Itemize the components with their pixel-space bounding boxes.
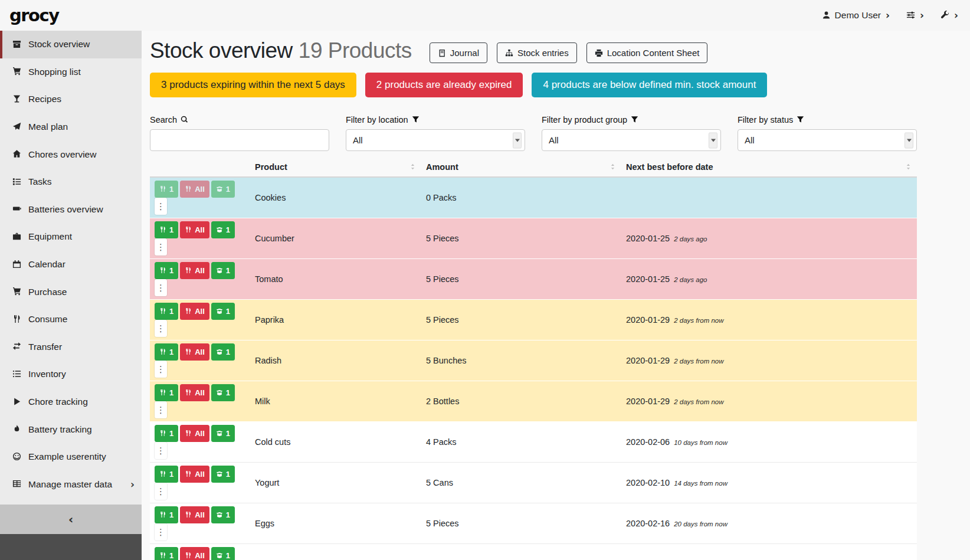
column-header-best-before[interactable]: Next best before date (621, 159, 917, 177)
row-menu-button[interactable]: ⋮ (155, 198, 167, 215)
admin-menu[interactable]: › (940, 10, 958, 21)
sidebar-item-manage-master-data[interactable]: Manage master data› (0, 471, 142, 499)
filter-by-location-select[interactable]: All (346, 129, 525, 151)
consume-all-button[interactable]: All (180, 262, 209, 279)
utensils-icon (185, 348, 192, 356)
sidebar-item-chores-overview[interactable]: Chores overview (0, 140, 142, 168)
open-one-button[interactable]: 1 (211, 466, 235, 483)
consume-all-button[interactable]: All (180, 221, 209, 238)
column-label: Product (255, 162, 287, 172)
consume-one-button[interactable]: 1 (155, 425, 178, 442)
sidebar-item-stock-overview[interactable]: Stock overview (0, 31, 142, 58)
consume-all-button[interactable]: All (180, 384, 209, 401)
cart-icon (11, 67, 22, 77)
alert-info[interactable]: 4 products are below defined min. stock … (532, 73, 767, 97)
open-one-button[interactable]: 1 (211, 547, 235, 560)
sort-icon (609, 162, 617, 172)
open-one-button[interactable]: 1 (211, 262, 235, 279)
consume-one-button[interactable]: 1 (155, 506, 178, 523)
row-menu-button[interactable]: ⋮ (155, 361, 167, 378)
consume-one-button[interactable]: 1 (155, 221, 178, 238)
sidebar-item-transfer[interactable]: Transfer (0, 333, 142, 361)
consume-all-button[interactable]: All (180, 466, 209, 483)
row-menu-button[interactable]: ⋮ (155, 279, 167, 296)
filter-label: Filter by product group (542, 115, 721, 125)
filter-by-product-group-select[interactable]: All (542, 129, 721, 151)
search-input[interactable] (150, 129, 329, 151)
open-one-button[interactable]: 1 (211, 181, 235, 198)
date-note: 2 days from now (674, 317, 723, 324)
row-menu-button[interactable]: ⋮ (155, 238, 167, 256)
sidebar-item-tasks[interactable]: Tasks (0, 168, 142, 196)
sidebar-item-example-userentity[interactable]: Example userentity (0, 443, 142, 471)
date-cell: 2020-01-292 days from now (621, 300, 917, 340)
column-header-amount[interactable]: Amount (421, 159, 621, 177)
sidebar-item-equipment[interactable]: Equipment (0, 223, 142, 251)
consume-one-button[interactable]: 1 (155, 466, 178, 483)
cart-icon (11, 287, 22, 297)
button-label: All (195, 510, 205, 519)
open-one-button[interactable]: 1 (211, 303, 235, 320)
consume-all-button[interactable]: All (180, 506, 209, 523)
main-content: Stock overview19 Products JournalStock e… (142, 31, 970, 560)
sidebar-item-battery-tracking[interactable]: Battery tracking (0, 415, 142, 443)
row-menu-button[interactable]: ⋮ (155, 523, 167, 541)
consume-all-button[interactable]: All (180, 303, 209, 320)
column-header-product[interactable]: Product (250, 159, 421, 177)
sidebar-item-recipes[interactable]: Recipes (0, 86, 142, 113)
best-before-date: 2020-01-25 (626, 234, 670, 243)
journal-button[interactable]: Journal (430, 42, 487, 63)
alert-warning[interactable]: 3 products expiring within the next 5 da… (150, 73, 356, 97)
sidebar-item-meal-plan[interactable]: Meal plan (0, 113, 142, 141)
open-one-button[interactable]: 1 (211, 343, 235, 361)
chevron-right-icon: › (886, 11, 890, 21)
consume-all-button[interactable]: All (180, 547, 209, 560)
consume-one-button[interactable]: 1 (155, 181, 178, 198)
table-row: 1All1⋮Tomato5 Pieces2020-01-252 days ago (150, 259, 917, 300)
row-menu-button[interactable]: ⋮ (155, 401, 167, 418)
open-one-button[interactable]: 1 (211, 384, 235, 401)
user-menu[interactable]: Demo User › (822, 10, 890, 21)
sidebar-item-batteries-overview[interactable]: Batteries overview (0, 196, 142, 224)
open-one-button[interactable]: 1 (211, 506, 235, 523)
open-one-button[interactable]: 1 (211, 425, 235, 442)
product-cell: Radish (250, 340, 421, 381)
filter-by-status-select[interactable]: All (738, 129, 917, 151)
consume-one-button[interactable]: 1 (155, 547, 178, 560)
consume-one-button[interactable]: 1 (155, 343, 178, 361)
filters: SearchFilter by locationAllFilter by pro… (150, 115, 917, 151)
consume-all-button[interactable]: All (180, 425, 209, 442)
row-menu-button[interactable]: ⋮ (155, 483, 167, 500)
settings-menu[interactable]: › (906, 10, 924, 21)
alert-danger[interactable]: 2 products are already expired (365, 73, 523, 97)
consume-one-button[interactable]: 1 (155, 384, 178, 401)
sidebar-item-chore-tracking[interactable]: Chore tracking (0, 388, 142, 416)
wrench-icon (940, 10, 949, 21)
filter-icon (797, 115, 804, 125)
sidebar-item-consume[interactable]: Consume (0, 306, 142, 333)
amount-value: 5 Pieces (426, 234, 459, 243)
top-bar: grocy Demo User › › › (0, 0, 970, 31)
chevron-right-icon: › (130, 479, 135, 490)
row-menu-button[interactable]: ⋮ (155, 442, 167, 459)
box-icon (11, 39, 22, 50)
utensils-icon (159, 225, 166, 234)
sidebar-collapse-button[interactable]: ‹ (0, 505, 142, 534)
sidebar-item-inventory[interactable]: Inventory (0, 361, 142, 388)
button-label: Journal (450, 48, 479, 58)
amount-cell: 5 Pieces (421, 503, 621, 544)
button-label: All (195, 551, 205, 560)
location-content-sheet-button[interactable]: Location Content Sheet (586, 42, 708, 63)
sidebar-item-shopping-list[interactable]: Shopping list (0, 58, 142, 86)
consume-all-button[interactable]: All (180, 181, 209, 198)
open-one-button[interactable]: 1 (211, 221, 235, 238)
product-name: Paprika (255, 315, 284, 325)
stock-entries-button[interactable]: Stock entries (497, 42, 577, 63)
row-menu-button[interactable]: ⋮ (155, 320, 167, 337)
consume-one-button[interactable]: 1 (155, 303, 178, 320)
product-cell: Yogurt (250, 463, 421, 503)
consume-all-button[interactable]: All (180, 343, 209, 361)
consume-one-button[interactable]: 1 (155, 262, 178, 279)
sidebar-item-calendar[interactable]: Calendar (0, 251, 142, 279)
sidebar-item-purchase[interactable]: Purchase (0, 278, 142, 306)
